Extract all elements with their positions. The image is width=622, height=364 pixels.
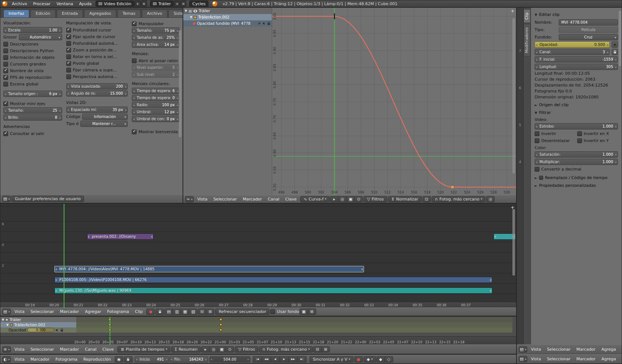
transport-button[interactable]: ◀◀ xyxy=(262,356,271,363)
scene-selector[interactable]: Tráiler xyxy=(150,1,174,7)
number-field[interactable]: Tamaño:75 px xyxy=(132,27,180,34)
view-frame-icon[interactable]: ▣ xyxy=(346,196,355,202)
vse-strip-miguelo-130[interactable]: Miguelo.130: //So\Miguelo.wav | 90969 xyxy=(54,287,492,294)
confirm-quit-checkbox[interactable]: Consultar al salir xyxy=(3,131,62,137)
preferences-tab[interactable]: Entrada xyxy=(57,10,83,17)
preferences-tab[interactable]: Agregados xyxy=(84,10,116,17)
line-width-dropdown[interactable]: Automático xyxy=(19,34,62,40)
summary-toggle[interactable]: Σ Resumen xyxy=(171,346,201,353)
ds-ruler[interactable]: 20+0020+0320+0520+0720+1020+1320+1520+18… xyxy=(0,336,516,345)
checkbox[interactable]: Desentrelazar xyxy=(535,138,576,144)
channel-field[interactable]: Canal: 3 xyxy=(535,49,610,55)
transport-button[interactable]: ▶ xyxy=(280,356,289,363)
prefs-scrollbar[interactable] xyxy=(179,30,181,137)
vse-strip-presenta-002[interactable]: presenta.002: //Disseny xyxy=(87,233,154,240)
vse-strip-mvi-4778-004[interactable]: MVI_4778.004: //Video\Alex\MVI_4778.MOV … xyxy=(54,266,364,272)
info-menu-item[interactable]: Ayuda xyxy=(76,1,95,7)
blender-app-icon[interactable] xyxy=(2,1,7,6)
preferences-tab[interactable]: Interfaz xyxy=(3,10,29,17)
panel-plus-icon[interactable]: + xyxy=(511,9,515,13)
menu-item[interactable]: Vista xyxy=(11,347,27,352)
checkbox[interactable]: Rotar en torno a sel... xyxy=(66,54,128,60)
number-field[interactable]: Ángulo de ro:15.000 xyxy=(66,90,128,97)
collapsed-track-region[interactable]: 7654 xyxy=(517,8,524,344)
graph-plot[interactable]: + 49649850050250450650851051251451651852… xyxy=(272,8,516,195)
saturation-slider[interactable]: Saturación:1.000 xyxy=(535,151,618,158)
copy-icon[interactable]: ⊟ xyxy=(198,309,206,315)
checkbox[interactable]: Escena global xyxy=(3,81,62,87)
playhead[interactable] xyxy=(110,337,110,345)
timecode-style-dropdown[interactable]: Información xyxy=(82,114,128,120)
filter-panel-header[interactable]: ▼ Filtrar xyxy=(535,110,618,115)
lock-toggle[interactable] xyxy=(612,49,618,55)
checkbox[interactable]: Descripciones Python xyxy=(3,48,62,54)
number-field[interactable]: Umbral de con:0 px xyxy=(132,116,180,122)
menu-item[interactable]: Seleccionar xyxy=(544,356,573,362)
menu-item[interactable]: Reproducción xyxy=(80,357,114,362)
checkbox[interactable]: Perspectiva automá... xyxy=(66,74,128,80)
view-preview-icon[interactable]: ▥ xyxy=(173,309,181,315)
menu-item[interactable]: Clave xyxy=(282,196,300,202)
preferences-tab[interactable]: Archivo xyxy=(142,10,167,17)
checkbox[interactable]: FPS de reproducción xyxy=(3,74,62,81)
menu-item[interactable]: Agrega xyxy=(598,356,619,362)
transport-button[interactable]: |◀ xyxy=(253,356,262,363)
end-frame-field[interactable]: Fin:164243 xyxy=(170,356,208,363)
number-field[interactable]: Tiempo de espera:6 xyxy=(132,88,180,94)
checkbox[interactable]: Descripciones xyxy=(3,41,62,47)
checkbox[interactable]: Fijar ajuste de cursor xyxy=(66,34,128,40)
number-field[interactable]: Umbral:12 px xyxy=(132,109,180,115)
menu-item[interactable]: Fotograma xyxy=(53,357,80,362)
strobe-field[interactable]: Estrobo:1.000 xyxy=(535,123,618,129)
delete-keyframe-button[interactable]: ◇ xyxy=(385,356,393,363)
start-frame-field[interactable]: Inicio:491 xyxy=(135,356,169,363)
menu-item[interactable]: Seleccionar xyxy=(27,347,57,352)
use-backdrop-checkbox[interactable]: Usar fondo xyxy=(270,309,299,315)
min-grid-spacing-field[interactable]: Espaciado mí:35 px xyxy=(66,107,128,113)
vse-strip-p1004108-005[interactable]: P1004108.005: //Video\P1004108.MOV | 662… xyxy=(54,277,492,283)
menu-item[interactable]: Marcador xyxy=(27,357,53,362)
channel-row-fcurve[interactable]: Opacidad fundido (MVI_4778 xyxy=(183,20,272,27)
number-field[interactable]: Vista suavizada:200 xyxy=(66,83,128,90)
expander-icon[interactable]: ▼ xyxy=(535,111,537,115)
zoom-type-dropdown[interactable]: Mantener r... xyxy=(80,121,128,127)
checkbox[interactable]: Profundidad automá... xyxy=(66,40,128,47)
keyframe-indicator-button[interactable]: ◆ xyxy=(612,41,618,48)
view-both-icon[interactable]: ▦ xyxy=(181,309,189,315)
ghost-icon[interactable]: ◎ xyxy=(209,346,218,353)
channel-row-scene[interactable]: ▼ ▤ Tráiler xyxy=(183,8,272,14)
render-preview-icon[interactable]: ● xyxy=(146,309,155,315)
sidebar-tab[interactable]: Clip xyxy=(524,9,531,23)
checkbox[interactable]: Pivote global xyxy=(66,60,128,67)
menu-item[interactable]: Agregar xyxy=(82,309,104,314)
proportional-edit-icon[interactable]: ◎ xyxy=(486,196,495,202)
ghost-curves-icon[interactable]: ◎ xyxy=(338,196,347,202)
menu-item[interactable]: Seleccionar xyxy=(544,347,573,352)
checkbox[interactable]: Profundidad cursor xyxy=(66,27,128,33)
checkbox[interactable]: Invertir en X xyxy=(577,131,618,137)
menu-item[interactable]: Vista xyxy=(528,347,544,352)
number-field[interactable]: Brillo:8 xyxy=(3,114,62,121)
delete-layout-button[interactable]: ✕ xyxy=(141,1,147,7)
menu-item[interactable]: Canal xyxy=(82,347,99,352)
opacity-slider[interactable]: 0.500 xyxy=(27,328,54,332)
view-frame-icon[interactable]: ▣ xyxy=(217,346,226,353)
normalize-button[interactable]: ↕ Normalizar xyxy=(388,196,422,202)
delete-scene-button[interactable]: ✕ xyxy=(180,1,186,7)
modifier-wrench-icon[interactable] xyxy=(258,22,261,25)
menu-item[interactable]: Marcador xyxy=(57,309,82,314)
number-field[interactable]: Radio:100 px xyxy=(132,102,180,108)
expander-icon[interactable]: ▼ xyxy=(535,13,537,17)
checkbox[interactable]: Cursores grandes xyxy=(3,61,62,67)
filters-button[interactable]: ▽ Filtros xyxy=(235,346,258,353)
ds-row-action[interactable]: ▼ TráilerAction.002 xyxy=(0,322,76,327)
editor-type-button[interactable]: ▤▾ xyxy=(519,356,527,362)
menu-item[interactable]: Clip xyxy=(132,309,146,314)
dopesheet-canvas[interactable]: ▼ Tráiler ▼ TráilerAction.002 Opacidad 0… xyxy=(0,317,516,336)
menu-item[interactable]: Vista xyxy=(194,196,210,202)
transport-button[interactable]: ▶| xyxy=(297,356,307,363)
menu-item[interactable]: Clave xyxy=(100,347,117,352)
lock-time-icon[interactable] xyxy=(124,356,133,363)
expander-icon[interactable]: ▼ xyxy=(6,323,9,327)
copy-keys-icon[interactable]: ⊟ xyxy=(313,346,322,353)
